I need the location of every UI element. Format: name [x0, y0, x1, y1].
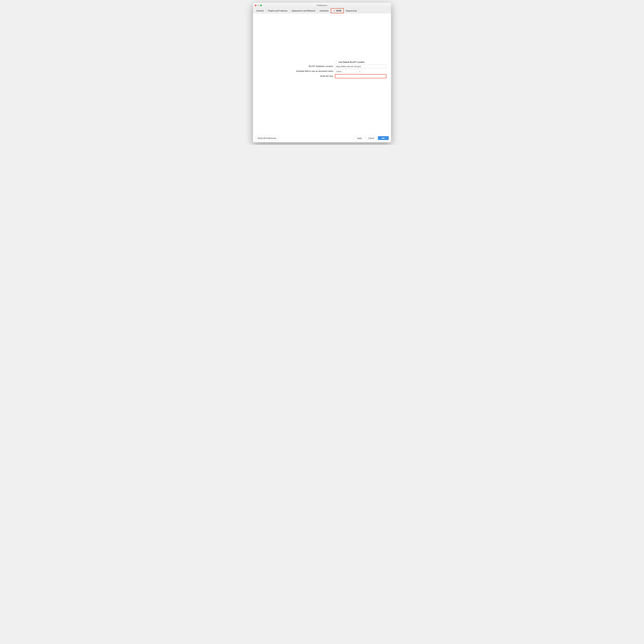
ncbi-icon [333, 10, 336, 12]
use-default-blast-label: Use Default BLAST Location [338, 61, 365, 63]
preferences-window: Preferences General Plugins and Features… [253, 3, 391, 142]
blast-db-location-label: BLAST Database Location: [256, 65, 334, 67]
tab-general[interactable]: General [254, 8, 266, 13]
minimize-window-button[interactable] [257, 5, 259, 6]
tab-appearance-and-behavior[interactable]: Appearance and Behavior [290, 8, 318, 13]
tab-ncbi[interactable]: NCBI [331, 8, 344, 13]
footer-right-buttons: Apply Cancel OK [355, 136, 389, 140]
window-controls [255, 5, 262, 6]
genbank-field-label: Genbank field to use as document name: [256, 70, 334, 72]
close-window-button[interactable] [255, 5, 256, 6]
tab-sequencing[interactable]: Sequencing [344, 8, 359, 13]
cancel-button[interactable]: Cancel [366, 136, 377, 140]
apply-button[interactable]: Apply [355, 136, 364, 140]
ok-button[interactable]: OK [378, 136, 389, 140]
use-default-blast-checkbox[interactable] [335, 61, 337, 63]
titlebar: Preferences [253, 3, 391, 8]
tab-label: Appearance and Behavior [292, 10, 315, 12]
window-title: Preferences [253, 4, 391, 6]
tab-label: Sequencing [346, 10, 357, 12]
tabbar: General Plugins and Features Appearance … [253, 8, 391, 13]
tab-label: Keyboard [320, 10, 329, 12]
reset-all-preferences-button[interactable]: Reset All Preferences [255, 136, 279, 140]
chevron-down-icon [359, 70, 361, 72]
blast-db-location-input[interactable] [335, 64, 386, 68]
footer: Reset All Preferences Apply Cancel OK [253, 134, 391, 142]
tab-label: NCBI [336, 10, 341, 12]
zoom-window-button[interactable] [260, 5, 262, 6]
tab-label: General [256, 10, 264, 12]
use-default-blast-location-row[interactable]: Use Default BLAST Location [335, 61, 389, 63]
tab-keyboard[interactable]: Keyboard [318, 8, 331, 13]
ncbi-api-key-input[interactable] [335, 74, 386, 78]
tab-label: Plugins and Features [268, 10, 287, 12]
tab-content: Use Default BLAST Location BLAST Databas… [253, 13, 391, 134]
genbank-field-value: Locus [336, 70, 341, 72]
tab-plugins-and-features[interactable]: Plugins and Features [266, 8, 290, 13]
ncbi-form: Use Default BLAST Location BLAST Databas… [253, 61, 391, 79]
ncbi-api-key-label: NCBI API Key: [256, 75, 334, 77]
genbank-field-select[interactable]: Locus [335, 69, 362, 73]
